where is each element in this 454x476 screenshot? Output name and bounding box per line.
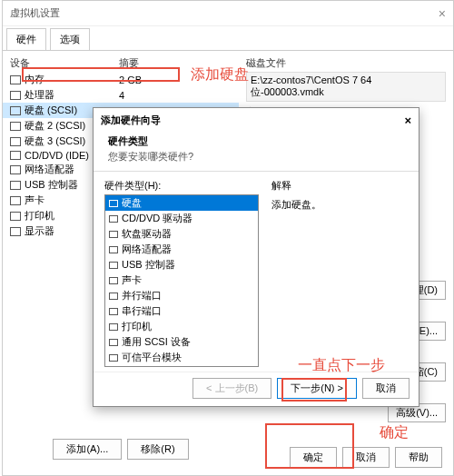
list-item-selected[interactable]: 硬盘 xyxy=(105,195,258,211)
cd-icon xyxy=(109,215,118,223)
list-item[interactable]: 打印机 xyxy=(105,319,258,334)
dialog-buttons: 确定 取消 帮助 xyxy=(290,447,442,468)
description-pane: 解释 添加硬盘。 xyxy=(259,179,408,364)
hwtype-question: 您要安装哪类硬件? xyxy=(108,150,404,164)
next-button[interactable]: 下一步(N) > xyxy=(277,378,357,399)
list-item[interactable]: USB 控制器 xyxy=(105,257,258,273)
add-button[interactable]: 添加(A)... xyxy=(53,439,122,460)
back-button: < 上一步(B) xyxy=(192,378,271,399)
ok-button[interactable]: 确定 xyxy=(290,447,337,468)
list-item[interactable]: 通用 SCSI 设备 xyxy=(105,334,258,350)
wizard-buttons: < 上一步(B) 下一步(N) > 取消 xyxy=(94,372,419,404)
hw-list-pane: 硬件类型(H): 硬盘 CD/DVD 驱动器 软盘驱动器 网络适配器 USB 控… xyxy=(104,179,259,364)
list-item[interactable]: 软盘驱动器 xyxy=(105,226,258,242)
diskfile-label: 磁盘文件 xyxy=(246,56,446,70)
wizard-titlebar: 添加硬件向导 × xyxy=(94,108,419,133)
diskfile-path: E:\zz-contos7\CentOS 7 64 位-000003.vmdk xyxy=(246,72,446,102)
list-item[interactable]: 可信平台模块 xyxy=(105,350,258,365)
parallel-icon xyxy=(109,293,118,300)
header-device: 设备 xyxy=(10,56,119,70)
sound-icon xyxy=(10,196,21,205)
close-icon[interactable]: × xyxy=(404,114,411,127)
wizard-title: 添加硬件向导 xyxy=(101,114,161,127)
cpu-icon xyxy=(10,91,21,100)
scsi-icon xyxy=(109,339,118,346)
titlebar: 虚拟机设置 × xyxy=(3,1,453,26)
help-button[interactable]: 帮助 xyxy=(395,447,442,468)
wizard-body: 硬件类型(H): 硬盘 CD/DVD 驱动器 软盘驱动器 网络适配器 USB 控… xyxy=(94,172,419,372)
sound-icon xyxy=(109,277,118,284)
list-item[interactable]: 并行端口 xyxy=(105,288,258,303)
network-icon xyxy=(109,246,118,253)
device-headers: 设备 摘要 xyxy=(3,55,239,72)
device-row[interactable]: 内存2 GB xyxy=(3,72,239,87)
header-summary: 摘要 xyxy=(119,56,139,70)
tab-options[interactable]: 选项 xyxy=(50,28,90,50)
remove-button[interactable]: 移除(R) xyxy=(127,439,188,460)
tpm-icon xyxy=(109,354,118,362)
desc-label: 解释 xyxy=(271,179,408,193)
add-hardware-wizard: 添加硬件向导 × 硬件类型 您要安装哪类硬件? 硬件类型(H): 硬盘 CD/D… xyxy=(93,107,419,407)
serial-icon xyxy=(109,308,118,315)
printer-icon xyxy=(10,212,21,221)
hwlist-label: 硬件类型(H): xyxy=(104,179,259,193)
window-title: 虚拟机设置 xyxy=(10,6,60,20)
printer-icon xyxy=(109,323,118,331)
wizard-header: 硬件类型 您要安装哪类硬件? xyxy=(94,133,419,172)
disk-icon xyxy=(109,200,118,207)
hw-listbox[interactable]: 硬盘 CD/DVD 驱动器 软盘驱动器 网络适配器 USB 控制器 声卡 并行端… xyxy=(104,194,259,367)
tab-hardware[interactable]: 硬件 xyxy=(6,28,46,50)
network-icon xyxy=(10,165,21,174)
device-row[interactable]: 处理器4 xyxy=(3,87,239,103)
close-icon[interactable]: × xyxy=(439,6,446,21)
list-item[interactable]: 声卡 xyxy=(105,273,258,288)
list-item[interactable]: CD/DVD 驱动器 xyxy=(105,211,258,226)
desc-text: 添加硬盘。 xyxy=(271,198,408,212)
tabs: 硬件 选项 xyxy=(3,26,453,51)
hwtype-label: 硬件类型 xyxy=(108,134,404,148)
disk-icon xyxy=(10,122,21,131)
list-item[interactable]: 网络适配器 xyxy=(105,242,258,257)
wizard-cancel-button[interactable]: 取消 xyxy=(362,378,410,399)
disk-icon xyxy=(10,137,21,146)
cancel-button[interactable]: 取消 xyxy=(342,447,390,468)
usb-icon xyxy=(10,181,21,190)
floppy-icon xyxy=(109,231,118,238)
device-buttons: 添加(A)... 移除(R) xyxy=(3,431,239,467)
memory-icon xyxy=(10,75,21,84)
list-item[interactable]: 串行端口 xyxy=(105,303,258,319)
usb-icon xyxy=(109,262,118,269)
disk-icon xyxy=(10,106,21,115)
display-icon xyxy=(10,227,21,236)
cd-icon xyxy=(10,151,21,160)
